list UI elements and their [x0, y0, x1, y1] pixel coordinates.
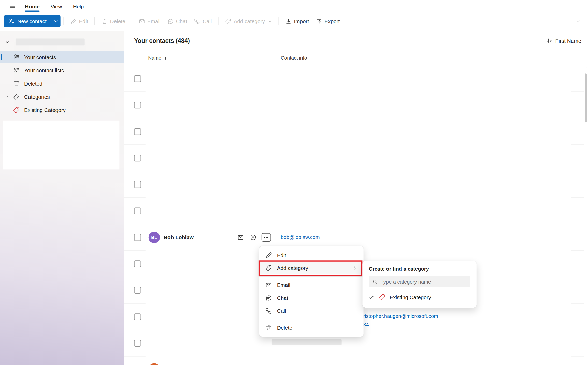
categories-expand-chevron[interactable]	[3, 94, 9, 100]
account-collapse-chevron[interactable]	[4, 38, 11, 45]
new-contact-dropdown-button[interactable]	[51, 15, 61, 27]
sidebar-item-label: Your contacts	[24, 54, 56, 60]
call-button[interactable]: Call	[191, 15, 215, 27]
call-label: Call	[203, 18, 212, 24]
row-hover-actions	[237, 233, 271, 242]
list-header: Your contacts (484) First Name	[124, 31, 588, 51]
toolbar-separator	[95, 17, 95, 25]
sort-by-button[interactable]: First Name	[546, 37, 581, 44]
phone-icon	[265, 307, 272, 314]
row-checkbox[interactable]	[134, 155, 141, 161]
chat-icon	[250, 234, 257, 241]
chat-button[interactable]: Chat	[164, 15, 191, 27]
menu-item-chat[interactable]: Chat	[259, 291, 364, 304]
row-checkbox[interactable]	[134, 287, 141, 294]
column-header-name[interactable]: Name	[148, 55, 168, 61]
column-header-row: Name Contact info	[124, 51, 588, 65]
toolbar-overflow-button[interactable]	[574, 17, 583, 26]
row-email-button[interactable]	[237, 233, 245, 242]
contact-row[interactable]	[124, 198, 588, 224]
contact-more-button[interactable]	[262, 233, 271, 242]
sidebar: Your contacts Your contact lists Deleted…	[0, 31, 124, 365]
sidebar-item-label: Categories	[24, 94, 50, 100]
contacts-app-window: Home View Help New contact Edit Delete	[0, 0, 588, 365]
partial-phone-link[interactable]: 34	[363, 322, 369, 327]
menu-item-label: Call	[277, 308, 286, 314]
row-checkbox[interactable]	[134, 260, 141, 267]
contact-row[interactable]	[124, 357, 588, 365]
contact-row[interactable]	[124, 118, 588, 145]
avatar: BL	[149, 232, 160, 243]
chat-icon	[265, 294, 272, 301]
row-checkbox[interactable]	[134, 181, 141, 188]
avatar	[149, 363, 160, 365]
menu-item-label: Edit	[277, 252, 286, 258]
email-button[interactable]: Email	[135, 15, 164, 27]
category-search-input[interactable]	[381, 279, 467, 284]
row-checkbox[interactable]	[134, 102, 141, 109]
sidebar-item-your-contacts[interactable]: Your contacts	[0, 51, 124, 63]
chevron-down-icon	[4, 94, 9, 99]
contact-context-menu: Edit Add category Email Chat Call	[259, 246, 364, 337]
menu-item-label: Chat	[277, 295, 288, 301]
flyout-item-existing-category[interactable]: Existing Category	[362, 291, 477, 303]
toolbar-separator	[278, 17, 279, 25]
row-checkbox[interactable]	[134, 313, 141, 320]
add-category-button[interactable]: Add category	[222, 15, 276, 27]
edit-button[interactable]: Edit	[67, 15, 92, 27]
row-checkbox[interactable]	[134, 207, 141, 214]
row-checkbox[interactable]	[134, 75, 141, 82]
contact-row[interactable]	[124, 92, 588, 118]
sidebar-item-existing-category[interactable]: Existing Category	[0, 104, 124, 116]
trash-icon	[13, 80, 20, 87]
vertical-scrollbar[interactable]	[584, 66, 588, 365]
contact-row[interactable]	[124, 145, 588, 171]
menu-item-email[interactable]: Email	[259, 279, 364, 291]
row-checkbox[interactable]	[134, 234, 141, 241]
import-button[interactable]: Import	[282, 15, 312, 27]
tab-view[interactable]: View	[50, 1, 62, 11]
sidebar-item-your-contact-lists[interactable]: Your contact lists	[0, 64, 124, 76]
toolbar-separator	[64, 17, 64, 25]
contact-row[interactable]	[124, 65, 588, 92]
redacted-sidebar-block	[3, 121, 119, 170]
sidebar-item-categories[interactable]: Categories	[0, 90, 124, 103]
red-annotation-box	[259, 260, 362, 276]
export-button[interactable]: Export	[312, 15, 343, 27]
menu-item-delete[interactable]: Delete	[259, 321, 364, 334]
tab-home[interactable]: Home	[25, 1, 40, 11]
scroll-up-arrow-icon[interactable]	[584, 67, 588, 71]
chevron-down-icon	[576, 19, 581, 24]
row-chat-button[interactable]	[249, 233, 257, 242]
hamburger-menu-button[interactable]	[8, 2, 16, 10]
partial-email-link[interactable]: ristopher.haugen@microsoft.com	[363, 313, 438, 319]
tab-help[interactable]: Help	[73, 1, 84, 11]
menu-item-edit[interactable]: Edit	[259, 249, 364, 261]
person-add-icon	[8, 18, 15, 25]
chat-label: Chat	[176, 18, 187, 24]
column-options-button[interactable]	[576, 54, 582, 61]
menu-item-call[interactable]: Call	[259, 304, 364, 317]
delete-button[interactable]: Delete	[98, 15, 129, 27]
menu-item-label: Email	[277, 282, 290, 288]
sidebar-item-deleted[interactable]: Deleted	[0, 77, 124, 90]
tag-icon	[13, 93, 20, 100]
page-title: Your contacts (484)	[134, 37, 190, 44]
new-contact-button[interactable]: New contact	[4, 15, 51, 27]
import-icon	[285, 18, 292, 24]
menu-item-label: Delete	[277, 325, 292, 331]
toolbar-separator	[218, 17, 219, 25]
chevron-down-icon	[268, 19, 272, 23]
chat-icon	[167, 18, 174, 24]
scrollbar-thumb[interactable]	[585, 73, 587, 122]
tag-icon	[265, 265, 272, 272]
contact-row[interactable]	[124, 171, 588, 198]
column-header-contact-info: Contact info	[281, 55, 307, 61]
contact-email-link[interactable]: bob@loblaw.com	[281, 235, 320, 240]
row-checkbox[interactable]	[134, 128, 141, 135]
contact-list-pane: Your contacts (484) First Name Name Cont…	[124, 31, 588, 365]
row-checkbox[interactable]	[134, 340, 141, 347]
menu-item-label: Add category	[277, 265, 308, 271]
menu-item-add-category[interactable]: Add category	[259, 262, 364, 274]
trash-icon	[101, 18, 108, 24]
